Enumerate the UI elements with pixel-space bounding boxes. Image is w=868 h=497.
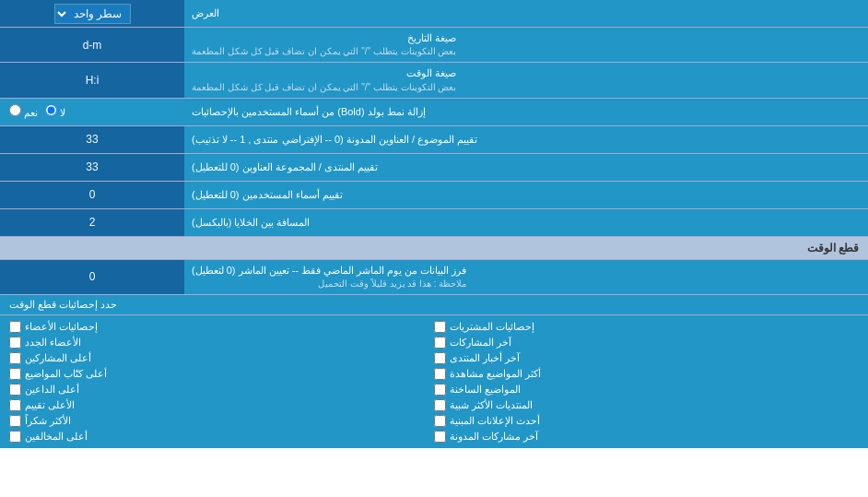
users-sort-label: تقييم أسماء المستخدمين (0 للتعطيل) — [184, 182, 868, 208]
time-cut-input[interactable] — [18, 270, 166, 283]
bold-no-radio[interactable] — [45, 104, 57, 116]
users-sort-input[interactable] — [18, 188, 166, 201]
display-label: العرض — [184, 0, 868, 27]
topics-sort-input-cell — [0, 126, 184, 153]
checkbox-top-violators[interactable] — [9, 431, 21, 443]
topics-sort-row: تقييم الموضوع / العناوين المدونة (0 -- ا… — [0, 126, 868, 154]
date-format-input-cell — [0, 28, 184, 62]
checkbox-last-blog-posts[interactable] — [434, 431, 446, 443]
bold-remove-label: إزالة نمط بولد (Bold) من أسماء المستخدمي… — [184, 99, 868, 125]
check-item-c2-1: الأعضاء الجدد — [9, 337, 434, 349]
date-format-row: صيغة التاريخ بعض التكوينات يتطلب "/" الت… — [0, 28, 868, 63]
checkbox-most-thanked[interactable] — [9, 415, 21, 427]
bold-no-label: لا — [45, 104, 65, 119]
forum-sort-input-cell — [0, 154, 184, 181]
time-cut-label: فرز البيانات من يوم الماشر الماضي فقط --… — [184, 260, 868, 294]
bold-yes-label: نعم — [9, 104, 38, 119]
date-format-input[interactable] — [18, 39, 166, 52]
time-cut-row: فرز البيانات من يوم الماشر الماضي فقط --… — [0, 260, 868, 295]
forum-sort-input[interactable] — [18, 160, 166, 173]
checkbox-top-rated[interactable] — [9, 399, 21, 411]
limit-row: حدد إحصائيات قطع الوقت — [0, 295, 868, 315]
checkbox-top-posters[interactable] — [9, 352, 21, 364]
topics-sort-label: تقييم الموضوع / العناوين المدونة (0 -- ا… — [184, 126, 868, 153]
check-item-c2-5: الأعلى تقييم — [9, 399, 434, 411]
time-format-input[interactable] — [18, 74, 166, 87]
check-item-c2-2: أعلى المشاركين — [9, 352, 434, 364]
cell-spacing-label: المسافة بين الخلايا (بالبكسل) — [184, 209, 868, 236]
display-select-cell: سطر واحد سطرين ثلاثة أسطر — [0, 0, 184, 27]
date-format-label: صيغة التاريخ بعض التكوينات يتطلب "/" الت… — [184, 28, 868, 62]
check-item-c2-3: أعلى كتّاب المواضيع — [9, 368, 434, 380]
checkbox-top-topic-writers[interactable] — [9, 368, 21, 380]
check-item-c2-4: أعلى الداعين — [9, 384, 434, 396]
checkbox-last-news[interactable] — [434, 352, 446, 364]
checkboxes-area: إحصائيات المشتريات آخر المشاركات آخر أخب… — [0, 315, 868, 448]
check-item-c2-7: أعلى المخالفين — [9, 431, 434, 443]
check-item-6: أحدث الإعلانات المبنية — [434, 415, 859, 427]
checkbox-members-stats[interactable] — [9, 321, 21, 333]
cell-spacing-input[interactable] — [18, 216, 166, 229]
checkbox-top-inviters[interactable] — [9, 384, 21, 396]
cell-spacing-row: المسافة بين الخلايا (بالبكسل) — [0, 209, 868, 237]
topics-sort-input[interactable] — [18, 133, 166, 146]
cell-spacing-input-cell — [0, 209, 184, 236]
checkbox-last-posts[interactable] — [434, 337, 446, 349]
check-item-7: آخر مشاركات المدونة — [434, 431, 859, 443]
bold-yes-radio[interactable] — [9, 104, 21, 116]
check-item-c2-6: الأكثر شكراً — [9, 415, 434, 427]
check-item-c2-0: إحصائيات الأعضاء — [9, 321, 434, 333]
time-format-input-cell — [0, 63, 184, 97]
forum-sort-label: تقييم المنتدى / المجموعة العناوين (0 للت… — [184, 154, 868, 181]
bold-remove-row: إزالة نمط بولد (Bold) من أسماء المستخدمي… — [0, 99, 868, 126]
time-cut-header: قطع الوقت — [0, 237, 868, 260]
limit-label: حدد إحصائيات قطع الوقت — [9, 299, 117, 311]
check-item-1: آخر المشاركات — [434, 337, 859, 349]
display-select[interactable]: سطر واحد سطرين ثلاثة أسطر — [54, 4, 131, 24]
forum-sort-row: تقييم المنتدى / المجموعة العناوين (0 للت… — [0, 154, 868, 182]
check-item-0: إحصائيات المشتريات — [434, 321, 859, 333]
time-format-label: صيغة الوقت بعض التكوينات يتطلب "/" التي … — [184, 63, 868, 97]
checkbox-most-popular-forums[interactable] — [434, 399, 446, 411]
time-format-row: صيغة الوقت بعض التكوينات يتطلب "/" التي … — [0, 63, 868, 98]
check-item-4: المواضيع الساخنة — [434, 384, 859, 396]
users-sort-input-cell — [0, 182, 184, 208]
checkbox-latest-announcements[interactable] — [434, 415, 446, 427]
checkbox-hot-topics[interactable] — [434, 384, 446, 396]
bold-remove-options: لا نعم — [0, 99, 184, 125]
checkbox-most-viewed[interactable] — [434, 368, 446, 380]
display-row: العرض سطر واحد سطرين ثلاثة أسطر — [0, 0, 868, 28]
check-item-5: المنتديات الأكثر شبية — [434, 399, 859, 411]
checkbox-purchases[interactable] — [434, 321, 446, 333]
users-sort-row: تقييم أسماء المستخدمين (0 للتعطيل) — [0, 182, 868, 209]
checkboxes-col1: إحصائيات المشتريات آخر المشاركات آخر أخب… — [434, 321, 859, 443]
check-item-2: آخر أخبار المنتدى — [434, 352, 859, 364]
check-item-3: أكثر المواضيع مشاهدة — [434, 368, 859, 380]
checkboxes-col2: إحصائيات الأعضاء الأعضاء الجدد أعلى المش… — [9, 321, 434, 443]
time-cut-input-cell — [0, 260, 184, 294]
checkbox-new-members[interactable] — [9, 337, 21, 349]
